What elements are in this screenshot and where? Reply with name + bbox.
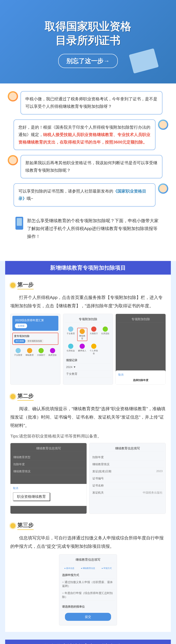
assistant-avatar-icon (158, 184, 168, 194)
step-dot-icon (10, 283, 16, 288)
step-label: 第三步 (18, 522, 34, 530)
step-marker: 第一步 (10, 281, 166, 290)
step-label: 第一步 (18, 281, 34, 290)
chat-bubble: 您好，是的！根据《国务院关于印发个人所得税专项附加扣除暂行办法的通知》规定，纳税… (14, 120, 156, 150)
step-marker: 第二步 (10, 392, 166, 401)
assistant-avatar-icon (158, 120, 168, 130)
highlight-box: 查专项加扣除 您已填报 填专项附加扣除 (12, 333, 58, 345)
chat-bubble-row: 那如果我以后再考其他职业资格证书，我该如何判断证书是否可以享受继续教育专项附加扣… (5, 155, 171, 178)
phone-icon (16, 217, 23, 230)
app-screenshot: 专项附加扣除 子女教育 继续教育 大病医疗 住房贷款 住房租金 赡养老人 个人养… (63, 314, 113, 384)
chat-bubble: 那如果我以后再考其他职业资格证书，我该如何判断证书是否可以享受继续教育专项附加扣… (20, 155, 162, 178)
subtitle-button: 别忘了这一步→ (58, 54, 118, 68)
screenshots-row: 继续教育信息填写 继续教育类型 扣除年度 继续教育情况 取消 职业资格继续教育 … (10, 443, 166, 514)
tips-text: Tips:请您留存职业资格相关证书等资料用以备查。 (10, 434, 166, 439)
step-description: 信息填写完毕后，可自行选择通过扣缴义务人申报或综合所得年度自行申报的申报方式，点… (10, 534, 166, 550)
step-description: 打开个人所得税App，点击首页重点服务推荐【专项附加扣除】栏，进入专项附加扣除专… (10, 293, 166, 310)
section-body: 第一步 打开个人所得税App，点击首页重点服务推荐【专项附加扣除】栏，进入专项附… (5, 274, 171, 632)
main-title: 取得国家职业资格 目录所列证书 (10, 19, 166, 48)
user-avatar-icon (8, 91, 18, 102)
step-dot-icon (10, 523, 16, 528)
chat-section: 申税小微，我已经通过了税务师职业资格考试，今年拿到了证书，是不是可以享受个人所得… (0, 84, 176, 261)
submit-button[interactable]: 提交 (65, 613, 111, 621)
app-screenshot: 继续教育信息填写 扣除年度 继续教育情况 发证(批准)日期 2023 证书编号 … (89, 443, 166, 514)
book-decoration-icon (129, 48, 159, 74)
section-header-add: 新增继续教育专项附加扣除项目 (5, 261, 171, 274)
intro-text: 那怎么享受继续教育的个税专项附加扣除呢？下面，申税小微带大家了解如何通过手机个人… (27, 217, 160, 240)
chat-bubble-row: 申税小微，我已经通过了税务师职业资格考试，今年拿到了证书，是不是可以享受个人所得… (5, 91, 171, 114)
chat-bubble-row: 可以享受扣除的证书范围，请参照人社部最新发布的《国家职业资格目录》哦~ (5, 184, 171, 206)
step-label: 第二步 (18, 392, 34, 401)
step-description: 阅读、确认系统填报提示，"继续教育类型"选择"职业资格继续教育"，准确填报发证（… (10, 404, 166, 430)
education-type-tag: 职业资格继续教育 (13, 492, 50, 501)
chat-bubble-row: 您好，是的！根据《国务院关于印发个人所得税专项附加扣除暂行办法的通知》规定，纳税… (5, 120, 171, 150)
app-screenshot-modal: 专项附加扣除 取消 选择扣除年度 (116, 314, 166, 384)
section-header-modify: 修改/作废继续教育专项附加扣除项目 (5, 640, 171, 644)
step-marker: 第三步 (10, 522, 166, 530)
chat-bubble: 申税小微，我已经通过了税务师职业资格考试，今年拿到了证书，是不是可以享受个人所得… (20, 91, 162, 114)
app-screenshot: 继续教育信息填写 ● 基本信息 ● 继续教育信息 ● 申报方式 选择申报方式 ○… (59, 554, 117, 626)
intro-box: 那怎么享受继续教育的个税专项附加扣除呢？下面，申税小微带大家了解如何通过手机个人… (10, 212, 166, 246)
step-dot-icon (10, 394, 16, 399)
screenshots-row: 2023综合所得年度汇算 去填报 查专项加扣除 您已填报 填专项附加扣除 子女教… (10, 314, 166, 384)
app-screenshot: 2023综合所得年度汇算 去填报 查专项加扣除 您已填报 填专项附加扣除 子女教… (10, 314, 60, 384)
app-screenshot-modal: 继续教育信息填写 继续教育类型 扣除年度 继续教育情况 取消 职业资格继续教育 (10, 443, 87, 514)
page-header: 取得国家职业资格 目录所列证书 别忘了这一步→ (0, 0, 176, 84)
user-avatar-icon (8, 155, 18, 166)
screenshots-row: 继续教育信息填写 ● 基本信息 ● 继续教育信息 ● 申报方式 选择申报方式 ○… (10, 554, 166, 626)
chat-bubble: 可以享受扣除的证书范围，请参照人社部最新发布的《国家职业资格目录》哦~ (14, 184, 156, 206)
